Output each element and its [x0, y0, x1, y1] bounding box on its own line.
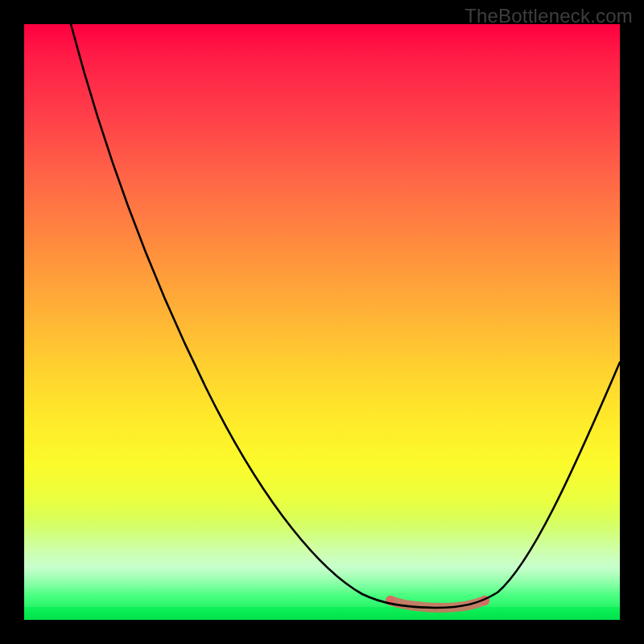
bottleneck-curve	[71, 24, 620, 608]
watermark-text: TheBottleneck.com	[464, 5, 633, 27]
chart-plot-area	[24, 24, 620, 620]
chart-svg	[24, 24, 620, 620]
